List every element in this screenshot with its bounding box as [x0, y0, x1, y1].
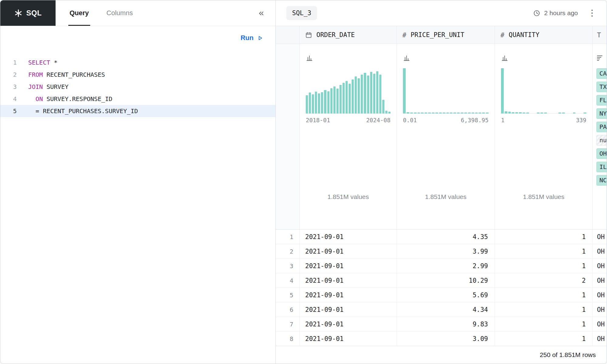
- histogram-bar: [403, 68, 406, 113]
- cell-state: OH: [593, 332, 607, 346]
- code-text: ON SURVEY.RESPONSE_ID: [17, 93, 112, 105]
- column-header-order-date[interactable]: ORDER_DATE: [300, 26, 397, 44]
- column-header-price-per-unit[interactable]: # PRICE_PER_UNIT: [397, 26, 495, 44]
- code-line-4[interactable]: 4 ON SURVEY.RESPONSE_ID: [0, 93, 275, 105]
- hist-min-label: 0.01: [403, 117, 417, 123]
- histogram-bar: [443, 113, 445, 113]
- histogram-icon: [306, 54, 313, 62]
- calendar-icon: [305, 32, 312, 39]
- histogram-bar: [318, 93, 320, 113]
- value-chip-NY[interactable]: NY: [596, 108, 607, 119]
- cell-quantity: 1: [495, 288, 593, 302]
- table-row[interactable]: 52021-09-015.691OH: [276, 288, 607, 302]
- order-date-histogram[interactable]: [306, 68, 390, 114]
- line-number: 3: [0, 81, 17, 93]
- sql-cell-logo: SQL: [0, 0, 56, 26]
- cell-quantity: 1: [495, 317, 593, 331]
- histogram-bar: [453, 113, 456, 113]
- histogram-bar: [479, 113, 481, 113]
- query-panel: SQL Query Columns « Run 1SELECT *2FROM R…: [0, 0, 276, 364]
- histogram-bar: [486, 113, 489, 113]
- cell-price-per-unit: 5.69: [397, 288, 495, 302]
- value-chip-CA[interactable]: CA: [596, 68, 607, 79]
- cell-price-per-unit: 10.29: [397, 273, 495, 288]
- histogram-bar: [373, 74, 375, 113]
- table-body: 12021-09-014.351OH22021-09-013.991OH3202…: [276, 230, 607, 346]
- value-chip-OH[interactable]: OH: [596, 148, 607, 159]
- cell-price-per-unit: 3.09: [397, 332, 495, 346]
- table-row[interactable]: 32021-09-012.991OH: [276, 259, 607, 273]
- cell-quantity: 2: [495, 273, 593, 288]
- sql-editor[interactable]: Run 1SELECT *2FROM RECENT_PURCHASES3JOIN…: [0, 26, 275, 364]
- histogram-bar: [461, 113, 463, 113]
- code-line-3[interactable]: 3JOIN SURVEY: [0, 81, 275, 93]
- value-chip-PA[interactable]: PA: [596, 122, 607, 132]
- histogram-bar: [333, 86, 336, 113]
- histogram-bar: [324, 90, 326, 113]
- histogram-bar: [468, 113, 471, 113]
- tab-columns[interactable]: Columns: [107, 0, 133, 26]
- value-chip-FL[interactable]: FL: [596, 95, 607, 106]
- cell-order-date: 2021-09-01: [300, 317, 397, 331]
- histogram-bar: [584, 113, 586, 113]
- histogram-bar: [336, 89, 339, 113]
- asterisk-icon: [14, 9, 22, 17]
- price-per-unit-histogram[interactable]: [403, 68, 489, 114]
- histogram-bar: [312, 94, 314, 113]
- table-row[interactable]: 42021-09-0110.292OH: [276, 273, 607, 288]
- histogram-bar: [508, 112, 511, 113]
- histogram-bar: [464, 113, 467, 113]
- histogram-bar: [379, 75, 381, 113]
- table-row[interactable]: 82021-09-013.091OH: [276, 332, 607, 346]
- kebab-menu-icon[interactable]: ⋮: [588, 9, 596, 17]
- value-chip-NC[interactable]: NC: [596, 175, 607, 186]
- row-number: 3: [276, 259, 300, 273]
- column-summary-row: 2018-01 2024-08 1.851M values 0.01 6,398…: [276, 44, 607, 230]
- cell-order-date: 2021-09-01: [300, 288, 397, 302]
- value-chip-TX[interactable]: TX: [596, 82, 607, 92]
- cell-state: OH: [593, 288, 607, 302]
- histogram-bar: [446, 113, 449, 113]
- histogram-bar: [364, 73, 366, 113]
- cell-order-date: 2021-09-01: [300, 244, 397, 258]
- column-header-quantity[interactable]: # QUANTITY: [495, 26, 593, 44]
- histogram-bar: [367, 76, 369, 113]
- run-button[interactable]: Run: [240, 34, 263, 42]
- histogram-bar: [505, 111, 507, 113]
- value-chip-null[interactable]: null: [596, 135, 607, 146]
- histogram-bar: [573, 113, 576, 113]
- value-chip-IL[interactable]: IL: [596, 162, 607, 172]
- table-row[interactable]: 22021-09-013.991OH: [276, 244, 607, 259]
- row-number: 1: [276, 230, 300, 244]
- text-column-summary: CATXFLNYPAnullOHILNC: [593, 44, 607, 229]
- row-number: 5: [276, 288, 300, 302]
- histogram-bar: [370, 72, 372, 113]
- table-row[interactable]: 12021-09-014.351OH: [276, 230, 607, 244]
- quantity-histogram[interactable]: [501, 68, 586, 114]
- code-line-1[interactable]: 1SELECT *: [0, 56, 275, 69]
- cell-price-per-unit: 4.35: [397, 230, 495, 244]
- cell-order-date: 2021-09-01: [300, 332, 397, 346]
- code-line-5[interactable]: 5 = RECENT_PURCHASES.SURVEY_ID: [0, 105, 275, 117]
- cell-state: OH: [593, 317, 607, 331]
- cell-price-per-unit: 4.34: [397, 302, 495, 317]
- play-icon: [257, 35, 263, 41]
- histogram-bar: [558, 113, 561, 113]
- cell-order-date: 2021-09-01: [300, 273, 397, 288]
- tab-query[interactable]: Query: [70, 0, 89, 26]
- histogram-bar: [321, 92, 323, 113]
- histogram-bar: [306, 95, 308, 113]
- code-line-2[interactable]: 2FROM RECENT_PURCHASES: [0, 69, 275, 81]
- collapse-panel-icon[interactable]: «: [259, 8, 264, 18]
- table-row[interactable]: 72021-09-019.831OH: [276, 317, 607, 332]
- line-number: 5: [0, 105, 17, 117]
- hist-min-label: 2018-01: [306, 117, 330, 123]
- cell-quantity: 1: [495, 259, 593, 273]
- column-header-text-truncated[interactable]: T: [593, 26, 607, 44]
- histogram-bar: [523, 113, 525, 113]
- code-text: JOIN SURVEY: [17, 81, 68, 93]
- result-tab-sql3[interactable]: SQL_3: [286, 6, 317, 20]
- column-name: ORDER_DATE: [316, 31, 355, 39]
- table-row[interactable]: 62021-09-014.341OH: [276, 302, 607, 317]
- row-number: 4: [276, 273, 300, 288]
